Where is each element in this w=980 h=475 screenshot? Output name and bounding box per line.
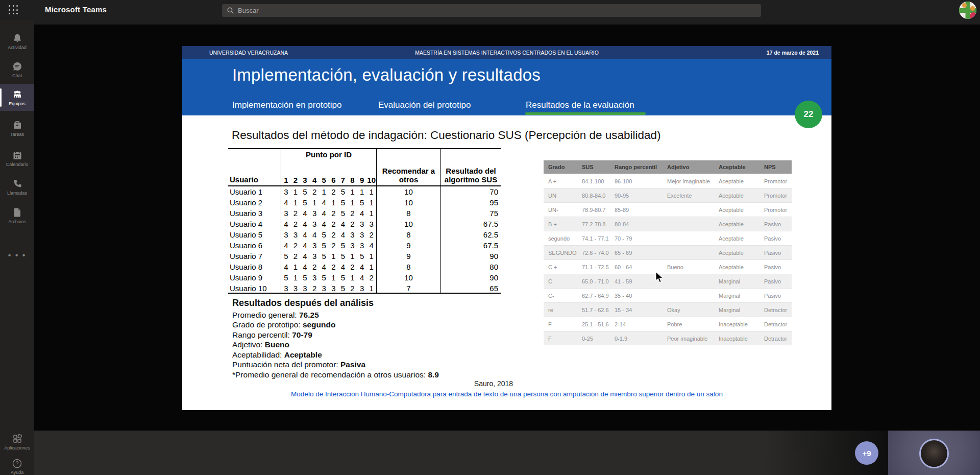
sus-grade-scale-table: GradoSUSRango percentilAdjetivoAceptable… bbox=[544, 160, 792, 345]
sus-table-row: Usuario 53344524332862.5 bbox=[228, 229, 501, 240]
grade-table-row: segundo74.1 - 77.170 - 79AceptablePasivo bbox=[544, 231, 792, 245]
slide-number-badge: 22 bbox=[795, 101, 822, 128]
score-value: 5 bbox=[357, 197, 367, 208]
user-avatar[interactable] bbox=[959, 2, 976, 19]
score-value: 3 bbox=[348, 229, 357, 240]
slide-section-heading: Resultados del método de indagación: Cue… bbox=[232, 129, 661, 142]
score-value: 1 bbox=[329, 251, 338, 262]
sidebar-item-label: Calendario bbox=[6, 162, 29, 167]
sus-score-cell: 80 bbox=[441, 262, 501, 272]
score-value: 4 bbox=[300, 219, 310, 229]
score-value: 3 bbox=[366, 219, 376, 229]
analysis-lines: Promedio general: 76.25Grado de prototip… bbox=[232, 310, 439, 380]
score-value: 3 bbox=[291, 229, 301, 240]
score-value: 2 bbox=[348, 283, 357, 294]
slide-program: MAESTRÍA EN SISTEMAS INTERACTIVOS CENTRA… bbox=[182, 50, 831, 56]
score-value: 5 bbox=[319, 229, 329, 240]
sidebar-item-label: Ayuda bbox=[11, 470, 23, 475]
sidebar-item-calendario[interactable]: Calendario bbox=[0, 145, 34, 172]
recommend-cell: 8 bbox=[377, 208, 441, 219]
sidebar-item-llamadas[interactable]: Llamadas bbox=[0, 174, 34, 200]
grade-cell: Marginal bbox=[714, 289, 760, 302]
app-launcher-waffle-icon[interactable] bbox=[9, 5, 19, 15]
grade-col-header: SUS bbox=[577, 160, 610, 174]
grade-cell: 2-14 bbox=[610, 317, 663, 331]
avatar-art bbox=[962, 3, 967, 8]
score-value: 2 bbox=[291, 251, 301, 262]
scores-cell: 5243515151 bbox=[281, 251, 377, 262]
score-value: 5 bbox=[338, 186, 348, 197]
grade-cell: 90-95 bbox=[610, 188, 663, 202]
score-value: 4 bbox=[300, 240, 310, 251]
grade-cell: 60 - 64 bbox=[610, 260, 663, 274]
avatar-art bbox=[970, 6, 975, 11]
sidebar-item-archivos[interactable]: Archivos bbox=[0, 202, 34, 229]
score-value: 5 bbox=[281, 272, 291, 283]
webcam-tile[interactable] bbox=[888, 431, 980, 475]
grade-cell: 0-1.9 bbox=[610, 331, 663, 345]
score-value: 5 bbox=[319, 272, 329, 283]
grade-cell: Aceptable bbox=[714, 260, 760, 274]
col-header-usuario: Usuario bbox=[228, 149, 281, 185]
grade-cell: 96-100 bbox=[610, 174, 663, 188]
sus-table-row: Usuario 33243425241875 bbox=[228, 208, 501, 219]
user-cell: Usuario 2 bbox=[228, 197, 281, 208]
col-header-resultado: Resultado del algoritmo SUS bbox=[441, 149, 501, 185]
participants-overflow-badge[interactable]: +9 bbox=[855, 441, 878, 465]
search-box[interactable] bbox=[222, 4, 761, 17]
user-cell: Usuario 6 bbox=[228, 240, 281, 251]
grade-cell: 41 - 59 bbox=[610, 274, 663, 288]
score-value: 2 bbox=[329, 219, 338, 229]
sus-table-row: Usuario 442434242331067.5 bbox=[228, 219, 501, 229]
sidebar-item-actividad[interactable]: Actividad bbox=[0, 28, 34, 55]
sidebar-item-tareas[interactable]: Tareas bbox=[0, 115, 34, 141]
sidebar-item-aplicaciones[interactable]: Aplicaciones bbox=[0, 429, 34, 455]
grade-col-header: Aceptable bbox=[714, 160, 760, 174]
grade-table-row: UN80.8-84.090-95ExcelenteAceptablePromot… bbox=[544, 188, 792, 202]
score-value: 5 bbox=[319, 240, 329, 251]
sidebar-item-equipos[interactable]: Equipos bbox=[0, 84, 34, 111]
score-value: 2 bbox=[329, 208, 338, 219]
slide-tab-evaluacion: Evaluación del prototipo bbox=[378, 100, 471, 110]
grade-cell: Detractor bbox=[760, 303, 792, 317]
score-value: 5 bbox=[300, 197, 310, 208]
header-line: otros bbox=[399, 175, 419, 184]
score-value: 1 bbox=[348, 251, 357, 262]
grade-cell: Detractor bbox=[760, 331, 792, 345]
score-value: 4 bbox=[281, 240, 291, 251]
score-value: 5 bbox=[338, 251, 348, 262]
sus-score-cell: 62.5 bbox=[441, 229, 501, 240]
analysis-value: Bueno bbox=[265, 340, 289, 349]
sus-score-cell: 90 bbox=[441, 272, 501, 283]
search-icon bbox=[227, 7, 234, 14]
more-apps-ellipsis-icon[interactable]: • • • bbox=[0, 249, 34, 262]
analysis-value: segundo bbox=[303, 320, 336, 329]
grade-cell bbox=[663, 289, 714, 302]
grade-cell: Aceptable bbox=[714, 188, 760, 202]
user-cell: Usuario 9 bbox=[228, 272, 281, 283]
sidebar-item-chat[interactable]: Chat bbox=[0, 56, 34, 83]
slide-title: Implementación, evaluación y resultados bbox=[232, 65, 541, 85]
grade-cell: Aceptable bbox=[714, 231, 760, 245]
grade-table-row: C +71.1 - 72.560 - 64BuenoAceptablePasiv… bbox=[544, 259, 792, 274]
grade-table-row: C-62.7 - 64.935 - 40MarginalPasivo bbox=[544, 288, 792, 302]
score-value: 4 bbox=[319, 208, 329, 219]
sus-table-row: Usuario 241514151511095 bbox=[228, 197, 501, 208]
score-value: 1 bbox=[291, 186, 301, 197]
score-value: 1 bbox=[348, 272, 357, 283]
sidebar-item-ayuda[interactable]: ? Ayuda bbox=[0, 456, 34, 475]
grade-cell bbox=[663, 217, 714, 231]
punto-por-id-label: Punto por ID bbox=[281, 149, 376, 159]
grade-cell: 62.7 - 64.9 bbox=[577, 289, 610, 302]
briefcase-icon bbox=[12, 120, 22, 130]
search-input[interactable] bbox=[238, 7, 756, 14]
grade-cell: 65 - 69 bbox=[610, 246, 663, 259]
analysis-line: Grado de prototipo: segundo bbox=[232, 320, 439, 330]
score-value: 4 bbox=[366, 240, 376, 251]
score-value: 2 bbox=[291, 208, 301, 219]
grade-cell: Inaceptable bbox=[714, 331, 760, 345]
analysis-line: Adjetivo: Bueno bbox=[232, 340, 439, 350]
score-value: 1 bbox=[366, 283, 376, 294]
grade-cell: UN- bbox=[544, 203, 577, 217]
sus-results-table: Usuario Punto por ID 12345678910 Recomen… bbox=[228, 148, 501, 294]
